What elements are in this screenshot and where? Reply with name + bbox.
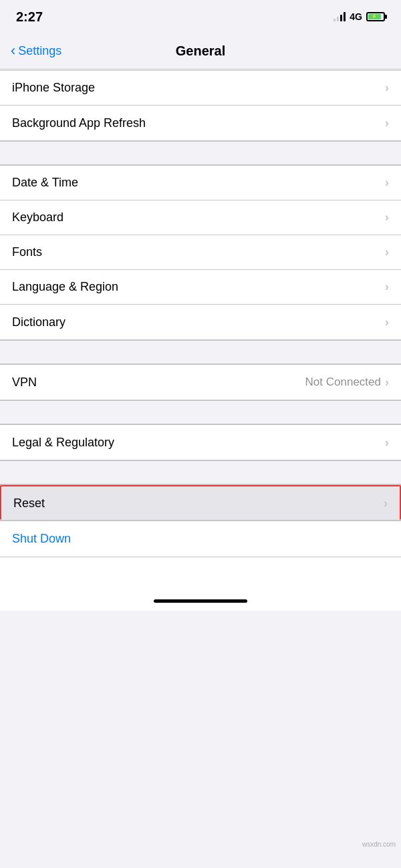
- chevron-right-icon: ›: [385, 210, 389, 225]
- chevron-right-icon: ›: [385, 436, 389, 450]
- section-group-1: iPhone Storage › Background App Refresh …: [0, 70, 401, 141]
- back-button[interactable]: ‹ Settings: [11, 43, 61, 59]
- date-time-right: ›: [385, 176, 389, 190]
- section-gap-3: [0, 400, 401, 424]
- keyboard-right: ›: [385, 210, 389, 225]
- section-group-2: Date & Time › Keyboard › Fonts › Languag…: [0, 165, 401, 340]
- iphone-storage-label: iPhone Storage: [12, 81, 95, 95]
- language-region-right: ›: [385, 280, 389, 294]
- dictionary-label: Dictionary: [12, 315, 65, 329]
- section-group-4: Legal & Regulatory ›: [0, 424, 401, 460]
- back-chevron-icon: ‹: [11, 42, 15, 59]
- chevron-right-icon: ›: [385, 81, 389, 95]
- section-group-3: VPN Not Connected ›: [0, 364, 401, 400]
- network-label: 4G: [350, 11, 362, 22]
- chevron-right-icon: ›: [385, 245, 389, 259]
- keyboard-label: Keyboard: [12, 210, 63, 225]
- legal-regulatory-label: Legal & Regulatory: [12, 436, 114, 450]
- status-bar: 2:27 4G ⚡: [0, 0, 401, 33]
- fonts-item[interactable]: Fonts ›: [0, 235, 401, 270]
- keyboard-item[interactable]: Keyboard ›: [0, 200, 401, 235]
- shut-down-section: Shut Down: [0, 521, 401, 557]
- iphone-storage-right: ›: [385, 81, 389, 95]
- reset-item[interactable]: Reset ›: [0, 485, 401, 520]
- dictionary-right: ›: [385, 315, 389, 329]
- section-gap-1: [0, 141, 401, 165]
- legal-regulatory-right: ›: [385, 436, 389, 450]
- reset-right: ›: [384, 496, 388, 511]
- watermark: wsxdn.com: [362, 841, 396, 848]
- status-time: 2:27: [16, 9, 43, 25]
- chevron-right-icon: ›: [385, 176, 389, 190]
- battery-icon: ⚡: [366, 12, 385, 21]
- chevron-right-icon: ›: [385, 280, 389, 294]
- fonts-right: ›: [385, 245, 389, 259]
- reset-label: Reset: [13, 496, 45, 511]
- language-region-item[interactable]: Language & Region ›: [0, 270, 401, 305]
- legal-regulatory-item[interactable]: Legal & Regulatory ›: [0, 425, 401, 460]
- chevron-right-icon: ›: [384, 496, 388, 511]
- home-bar-area: [0, 557, 401, 611]
- section-gap-2: [0, 340, 401, 364]
- date-time-item[interactable]: Date & Time ›: [0, 166, 401, 200]
- section-group-5: Reset ›: [0, 484, 401, 521]
- background-app-refresh-right: ›: [385, 116, 389, 130]
- signal-icon: [333, 12, 346, 21]
- vpn-status: Not Connected: [305, 376, 381, 389]
- chevron-right-icon: ›: [385, 376, 389, 390]
- vpn-right: Not Connected ›: [305, 376, 389, 390]
- page-title: General: [176, 43, 225, 59]
- chevron-right-icon: ›: [385, 116, 389, 130]
- language-region-label: Language & Region: [12, 280, 118, 294]
- section-gap-4: [0, 460, 401, 484]
- vpn-item[interactable]: VPN Not Connected ›: [0, 365, 401, 400]
- nav-bar: ‹ Settings General: [0, 33, 401, 69]
- fonts-label: Fonts: [12, 245, 42, 259]
- chevron-right-icon: ›: [385, 315, 389, 329]
- status-icons: 4G ⚡: [333, 11, 385, 22]
- shut-down-button[interactable]: Shut Down: [12, 532, 71, 545]
- iphone-storage-item[interactable]: iPhone Storage ›: [0, 71, 401, 106]
- home-indicator: [154, 599, 247, 603]
- date-time-label: Date & Time: [12, 176, 78, 190]
- back-label: Settings: [18, 44, 61, 58]
- dictionary-item[interactable]: Dictionary ›: [0, 305, 401, 339]
- background-app-refresh-label: Background App Refresh: [12, 116, 146, 130]
- vpn-label: VPN: [12, 376, 37, 390]
- background-app-refresh-item[interactable]: Background App Refresh ›: [0, 106, 401, 140]
